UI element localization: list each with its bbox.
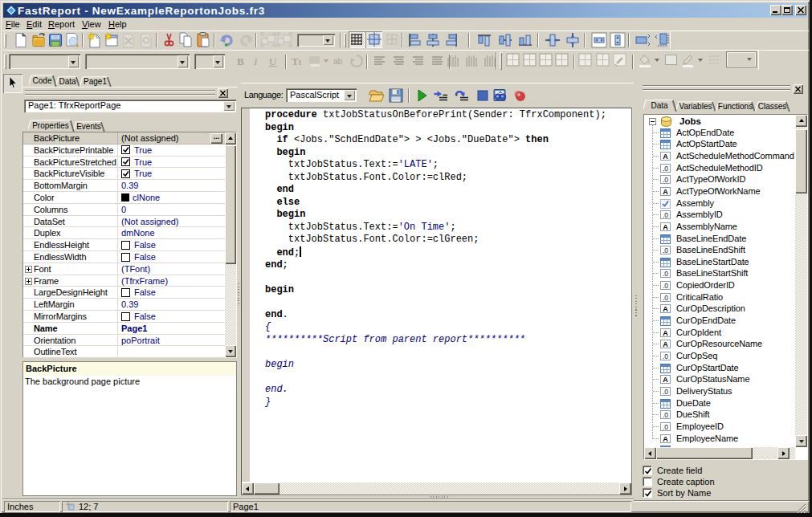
svg-text:Properties: Properties (32, 121, 69, 130)
svg-text:Functions: Functions (718, 102, 753, 111)
svg-text:Events: Events (76, 122, 101, 131)
svg-text:Page1: Page1 (84, 77, 107, 86)
svg-text:Code: Code (33, 76, 52, 85)
svg-text:Classes: Classes (758, 102, 787, 111)
svg-text:Data: Data (59, 77, 76, 86)
svg-text:Variables: Variables (679, 102, 712, 111)
svg-text:Data: Data (651, 101, 668, 110)
